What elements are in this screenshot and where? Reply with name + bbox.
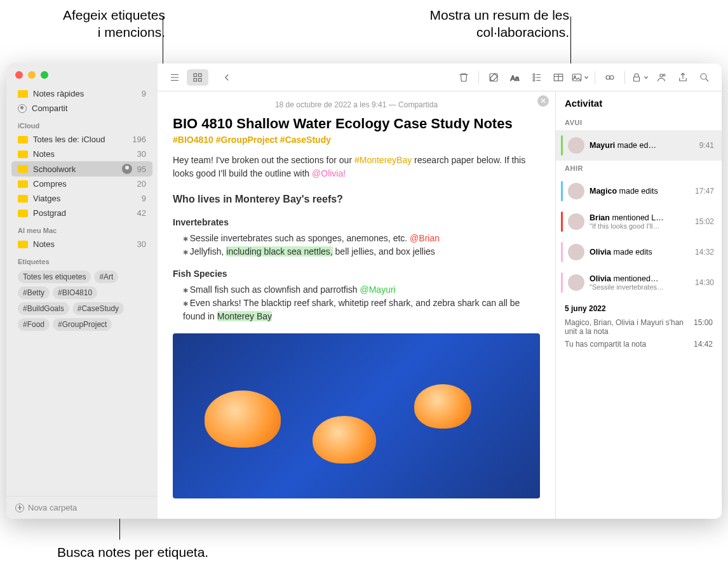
sidebar-item-folder[interactable]: Compres 20	[11, 177, 152, 191]
format-button[interactable]: Aa	[504, 69, 526, 86]
avatar	[568, 213, 584, 230]
section-heading: Who lives in Monterey Bay's reefs?	[173, 192, 540, 207]
activity-item[interactable]: Magico made edits 17:47	[556, 176, 722, 206]
sidebar-heading-tags: Etiquetes	[11, 251, 152, 268]
svg-point-13	[533, 79, 535, 81]
activity-older: 5 juny 2022 Magico, Brian, Olivia i Mayu…	[556, 298, 722, 359]
folder-icon	[18, 150, 28, 158]
sidebar-label: Compartit	[32, 103, 146, 113]
user-mention-mayuri[interactable]: @Mayuri	[360, 284, 395, 295]
activity-item[interactable]: Olivia made edits 14:32	[556, 237, 722, 267]
delete-button[interactable]	[453, 69, 475, 86]
activity-time: 9:41	[699, 141, 714, 150]
sidebar-item-folder[interactable]: Notes 30	[11, 147, 152, 161]
list-view-button[interactable]	[164, 69, 185, 86]
sidebar-item-quick-notes[interactable]: Notes ràpides 9	[11, 86, 152, 101]
tags-area: Totes les etiquetes#Art#Betty#BIO4810#Bu…	[11, 268, 152, 333]
svg-point-25	[701, 74, 706, 79]
collaborate-button[interactable]	[650, 69, 672, 86]
link-button[interactable]	[599, 69, 621, 86]
avatar	[568, 274, 584, 291]
table-button[interactable]	[548, 69, 569, 86]
activity-color-bar	[561, 181, 563, 201]
tag-pill[interactable]: #GroupProject	[53, 318, 112, 331]
tag-pill[interactable]: #BuildGoals	[18, 302, 69, 315]
tag-pill[interactable]: #BIO4810	[53, 286, 97, 299]
svg-point-11	[533, 76, 535, 78]
share-button[interactable]	[672, 69, 694, 86]
sidebar-heading-mac: Al meu Mac	[11, 220, 152, 237]
activity-panel: Activitat AVUI Mayuri made ed… 9:41 AHIR…	[555, 91, 722, 519]
sidebar-count: 30	[137, 149, 146, 159]
main-area: Aa ✕ 18 de octubre de 2022 a les 9:41 — …	[158, 63, 722, 519]
tag-pill[interactable]: Totes les etiquetes	[18, 270, 91, 283]
sidebar-item-folder[interactable]: Viatges 9	[11, 191, 152, 206]
tag-pill[interactable]: #Art	[94, 270, 118, 283]
back-button[interactable]	[216, 69, 238, 86]
window-controls	[6, 63, 158, 86]
svg-text:Aa: Aa	[511, 74, 520, 81]
note-title: BIO 4810 Shallow Water Ecology Case Stud…	[173, 116, 540, 132]
activity-item[interactable]: Brian mentioned L… "If this looks good I…	[556, 206, 722, 237]
activity-section-today: AVUI	[556, 115, 722, 130]
svg-point-24	[663, 74, 665, 76]
svg-point-23	[660, 74, 663, 77]
annotation-search-tags: Busca notes per etiqueta.	[57, 544, 260, 561]
folder-icon	[18, 210, 28, 217]
sidebar-item-folder[interactable]: Notes 30	[11, 237, 152, 251]
svg-rect-4	[199, 74, 202, 77]
tag-pill[interactable]: #Food	[18, 318, 50, 331]
search-button[interactable]	[694, 69, 715, 86]
sidebar-item-folder[interactable]: Postgrad 42	[11, 206, 152, 220]
checklist-button[interactable]	[526, 69, 548, 86]
note-editor[interactable]: ✕ 18 de octubre de 2022 a les 9:41 — Com…	[158, 91, 555, 519]
lock-button[interactable]	[629, 69, 650, 86]
bullet-list: Small fish such as clownfish and parrotf…	[173, 283, 540, 323]
highlight-text: Monterey Bay	[217, 311, 272, 321]
sidebar-count: 196	[132, 135, 146, 144]
svg-rect-3	[194, 74, 197, 77]
sidebar-count: 30	[137, 239, 146, 249]
avatar	[568, 244, 584, 260]
quick-notes-icon	[18, 90, 28, 98]
user-mention-olivia[interactable]: @Olivia!	[312, 168, 346, 178]
tag-pill[interactable]: #CaseStudy	[72, 302, 124, 315]
note-paragraph: Hey team! I've broken out the sections f…	[173, 154, 540, 180]
grid-view-button[interactable]	[187, 69, 208, 86]
activity-text: Brian mentioned L… "If this looks good I…	[590, 213, 690, 230]
minimize-window-button[interactable]	[28, 71, 36, 79]
activity-older-row: Magico, Brian, Olivia i Mayuri s'han uni…	[565, 318, 713, 336]
content-wrap: ✕ 18 de octubre de 2022 a les 9:41 — Com…	[158, 91, 722, 519]
hashtag-mention[interactable]: #MontereyBay	[354, 155, 412, 165]
list-item: Small fish such as clownfish and parrotf…	[183, 283, 540, 297]
svg-rect-6	[199, 78, 202, 81]
close-activity-button[interactable]: ✕	[537, 95, 549, 107]
folder-icon	[18, 180, 28, 188]
tag-pill[interactable]: #Betty	[18, 286, 50, 299]
activity-older-row: Tu has compartit la nota14:42	[565, 340, 713, 349]
list-item: Jellyfish, including black sea nettles, …	[183, 245, 540, 258]
sidebar-count: 42	[137, 208, 146, 218]
sidebar-item-folder[interactable]: Schoolwork 95	[11, 161, 152, 177]
shared-badge-icon	[122, 164, 132, 174]
note-hashtags: #BIO4810 #GroupProject #CaseStudy	[173, 135, 540, 145]
annotation-collab: Mostra un resum de les col·laboracions.	[372, 6, 569, 41]
activity-text: Mayuri made ed…	[590, 141, 694, 150]
sidebar-item-shared[interactable]: Compartit	[11, 101, 152, 116]
sidebar-count: 20	[137, 179, 146, 189]
fullscreen-window-button[interactable]	[41, 71, 48, 79]
activity-time: 17:47	[695, 187, 714, 196]
user-mention-brian[interactable]: @Brian	[410, 233, 440, 243]
svg-point-20	[606, 76, 610, 79]
activity-title: Activitat	[556, 91, 722, 115]
media-button[interactable]	[569, 69, 591, 86]
new-note-button[interactable]	[483, 69, 504, 86]
folder-icon	[18, 136, 28, 144]
close-window-button[interactable]	[15, 71, 23, 79]
sidebar-item-folder[interactable]: Totes les de: iCloud 196	[11, 132, 152, 147]
plus-icon	[15, 504, 24, 512]
activity-item[interactable]: Mayuri made ed… 9:41	[556, 130, 722, 161]
activity-item[interactable]: Olivia mentioned… "Sessile invertebrates…	[556, 267, 722, 298]
activity-color-bar	[561, 135, 563, 156]
new-folder-button[interactable]: Nova carpeta	[6, 496, 158, 519]
